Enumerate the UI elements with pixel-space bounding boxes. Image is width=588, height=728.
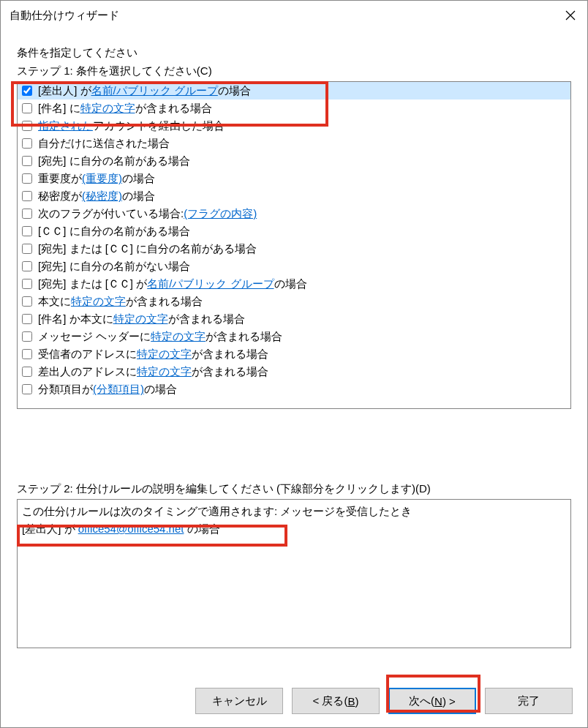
condition-text: の場合 [274, 275, 307, 293]
condition-checkbox[interactable] [22, 209, 32, 219]
condition-link[interactable]: 特定の文字 [71, 293, 126, 310]
back-button[interactable]: < 戻る(B) [292, 688, 380, 714]
condition-text: 本文に [38, 293, 71, 310]
condition-text: アカウントを経由した場合 [93, 117, 225, 135]
condition-text: [宛先] に自分の名前がない場合 [38, 258, 190, 275]
cancel-button[interactable]: キャンセル [195, 688, 283, 714]
condition-text: が含まれる場合 [126, 293, 203, 310]
next-button[interactable]: 次へ(N) > [388, 688, 476, 714]
condition-text: 次のフラグが付いている場合: [38, 205, 184, 222]
description-line2-suffix: の場合 [184, 522, 219, 535]
condition-text: 自分だけに送信された場合 [38, 135, 170, 152]
condition-checkbox[interactable] [22, 173, 32, 184]
condition-checkbox[interactable] [22, 86, 32, 96]
condition-row[interactable]: 秘密度が (秘密度) の場合 [18, 187, 570, 205]
condition-row[interactable]: [件名] か本文に 特定の文字 が含まれる場合 [18, 310, 570, 328]
finish-button[interactable]: 完了 [485, 688, 573, 714]
condition-text: [件名] か本文に [38, 310, 113, 328]
condition-text: [差出人] が [38, 82, 91, 100]
condition-link[interactable]: 特定の文字 [113, 310, 168, 328]
sender-address-link[interactable]: office54@office54.net [78, 522, 184, 535]
condition-checkbox[interactable] [22, 156, 32, 166]
condition-row[interactable]: 受信者のアドレスに 特定の文字 が含まれる場合 [18, 345, 570, 363]
condition-row[interactable]: 次のフラグが付いている場合: (フラグの内容) [18, 205, 570, 222]
condition-text: メッセージ ヘッダーに [38, 328, 151, 345]
condition-checkbox[interactable] [22, 314, 32, 324]
condition-link[interactable]: 名前/パブリック グループ [91, 82, 218, 100]
step1-label: ステップ 1: 条件を選択してください(C) [17, 64, 571, 78]
condition-link[interactable]: (重要度) [82, 170, 122, 187]
conditions-listbox[interactable]: [差出人] が 名前/パブリック グループ の場合[件名] に 特定の文字 が含… [17, 81, 571, 409]
next-button-suffix: ) > [442, 695, 456, 708]
close-icon [565, 10, 576, 20]
condition-text: 差出人のアドレスに [38, 363, 137, 380]
cancel-button-label: キャンセル [212, 694, 267, 708]
condition-link[interactable]: 特定の文字 [151, 328, 206, 345]
condition-row[interactable]: 分類項目が (分類項目) の場合 [18, 380, 570, 398]
condition-text: が含まれる場合 [206, 328, 282, 345]
condition-checkbox[interactable] [22, 261, 32, 271]
condition-row[interactable]: 差出人のアドレスに 特定の文字 が含まれる場合 [18, 363, 570, 380]
condition-text: [宛先] または [ＣＣ] に自分の名前がある場合 [38, 240, 257, 258]
condition-checkbox[interactable] [22, 138, 32, 149]
description-line2: [差出人] が office54@office54.net の場合 [22, 520, 566, 538]
condition-link[interactable]: (フラグの内容) [184, 205, 257, 222]
condition-checkbox[interactable] [22, 349, 32, 359]
condition-checkbox[interactable] [22, 384, 32, 394]
condition-link[interactable]: 特定の文字 [80, 100, 135, 117]
back-button-suffix: ) [355, 695, 358, 708]
condition-row[interactable]: [宛先] に自分の名前がない場合 [18, 258, 570, 275]
back-button-prefix: < 戻る( [313, 694, 348, 708]
condition-link[interactable]: (秘密度) [82, 187, 122, 205]
condition-row[interactable]: [宛先] に自分の名前がある場合 [18, 152, 570, 170]
condition-checkbox[interactable] [22, 226, 32, 236]
condition-text: [件名] に [38, 100, 80, 117]
condition-row[interactable]: 指定された アカウントを経由した場合 [18, 117, 570, 135]
close-button[interactable] [554, 1, 587, 30]
condition-row[interactable]: [件名] に 特定の文字 が含まれる場合 [18, 100, 570, 117]
condition-checkbox[interactable] [22, 191, 32, 201]
condition-link[interactable]: 特定の文字 [137, 363, 192, 380]
condition-text: の場合 [218, 82, 251, 100]
condition-row[interactable]: 本文に 特定の文字 が含まれる場合 [18, 293, 570, 310]
condition-row[interactable]: メッセージ ヘッダーに 特定の文字 が含まれる場合 [18, 328, 570, 345]
condition-row[interactable]: [宛先] または [ＣＣ] に自分の名前がある場合 [18, 240, 570, 258]
condition-text: [ＣＣ] に自分の名前がある場合 [38, 222, 190, 240]
description-line2-prefix: [差出人] が [22, 522, 78, 535]
next-button-accel: N [434, 695, 442, 708]
condition-text: [宛先] または [ＣＣ] が [38, 275, 147, 293]
condition-row[interactable]: 自分だけに送信された場合 [18, 135, 570, 152]
condition-checkbox[interactable] [22, 103, 32, 113]
condition-row[interactable]: [宛先] または [ＣＣ] が 名前/パブリック グループ の場合 [18, 275, 570, 293]
step2-label: ステップ 2: 仕分けルールの説明を編集してください (下線部分をクリックします… [17, 482, 571, 496]
condition-link[interactable]: 特定の文字 [137, 345, 192, 363]
condition-text: 受信者のアドレスに [38, 345, 137, 363]
condition-checkbox[interactable] [22, 279, 32, 289]
condition-checkbox[interactable] [22, 244, 32, 254]
condition-row[interactable]: 重要度が (重要度) の場合 [18, 170, 570, 187]
condition-text: 秘密度が [38, 187, 82, 205]
instruction-text: 条件を指定してください [17, 46, 571, 60]
condition-link[interactable]: 指定された [38, 117, 93, 135]
condition-row[interactable]: [ＣＣ] に自分の名前がある場合 [18, 222, 570, 240]
finish-button-label: 完了 [518, 694, 540, 708]
condition-link[interactable]: 名前/パブリック グループ [147, 275, 274, 293]
rule-description-box: この仕分けルールは次のタイミングで適用されます: メッセージを受信したとき [差… [17, 499, 571, 648]
condition-checkbox[interactable] [22, 121, 32, 131]
condition-text: 分類項目が [38, 380, 93, 398]
condition-text: の場合 [144, 380, 177, 398]
condition-text: の場合 [122, 187, 155, 205]
condition-link[interactable]: (分類項目) [93, 380, 144, 398]
condition-checkbox[interactable] [22, 367, 32, 377]
condition-checkbox[interactable] [22, 296, 32, 307]
titlebar: 自動仕分けウィザード [1, 1, 587, 30]
button-bar: キャンセル < 戻る(B) 次へ(N) > 完了 [195, 688, 573, 714]
condition-text: が含まれる場合 [168, 310, 245, 328]
condition-text: 重要度が [38, 170, 82, 187]
back-button-accel: B [347, 695, 355, 708]
condition-text: [宛先] に自分の名前がある場合 [38, 152, 190, 170]
wizard-content: 条件を指定してください ステップ 1: 条件を選択してください(C) [差出人]… [1, 30, 587, 648]
condition-checkbox[interactable] [22, 331, 32, 342]
condition-row[interactable]: [差出人] が 名前/パブリック グループ の場合 [18, 82, 570, 100]
condition-text: が含まれる場合 [135, 100, 212, 117]
